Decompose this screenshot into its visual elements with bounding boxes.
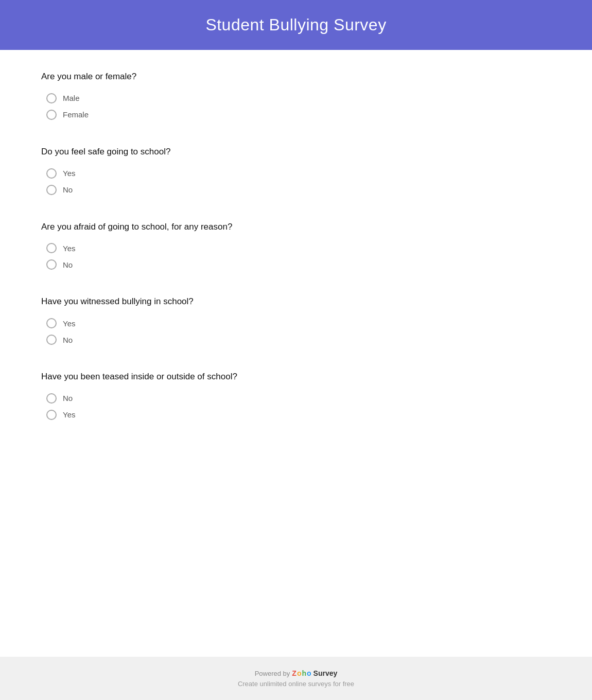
page-footer: Powered by Zoho Survey Create unlimited … bbox=[0, 657, 592, 700]
footer-subtext: Create unlimited online surveys for free bbox=[10, 680, 582, 688]
question-text-5: Have you been teased inside or outside o… bbox=[41, 371, 551, 383]
option-label-q2-1[interactable]: Yes bbox=[46, 168, 551, 179]
question-text-1: Are you male or female? bbox=[41, 71, 551, 83]
radio-q4-2[interactable] bbox=[46, 335, 57, 345]
option-text-q5-2: Yes bbox=[63, 410, 75, 419]
survey-word: Survey bbox=[314, 669, 338, 677]
option-text-q1-2: Female bbox=[63, 110, 89, 119]
option-text-q4-2: No bbox=[63, 336, 73, 344]
option-text-q2-2: No bbox=[63, 185, 73, 194]
powered-by-text: Powered by bbox=[255, 670, 290, 677]
option-text-q4-1: Yes bbox=[63, 319, 75, 328]
option-text-q1-1: Male bbox=[63, 94, 80, 102]
question-block-1: Are you male or female?MaleFemale bbox=[41, 71, 551, 120]
radio-q3-1[interactable] bbox=[46, 243, 57, 253]
options-group-5: NoYes bbox=[41, 393, 551, 420]
radio-q2-1[interactable] bbox=[46, 168, 57, 179]
option-label-q4-2[interactable]: No bbox=[46, 335, 551, 345]
question-block-2: Do you feel safe going to school?YesNo bbox=[41, 146, 551, 195]
radio-q5-2[interactable] bbox=[46, 410, 57, 420]
option-label-q3-2[interactable]: No bbox=[46, 259, 551, 270]
radio-q1-2[interactable] bbox=[46, 110, 57, 120]
option-text-q2-1: Yes bbox=[63, 169, 75, 178]
question-text-4: Have you witnessed bullying in school? bbox=[41, 295, 551, 308]
powered-by-line: Powered by Zoho Survey bbox=[10, 669, 582, 677]
option-label-q4-1[interactable]: Yes bbox=[46, 318, 551, 328]
question-block-4: Have you witnessed bullying in school?Ye… bbox=[41, 295, 551, 345]
option-text-q3-2: No bbox=[63, 260, 73, 269]
radio-q3-2[interactable] bbox=[46, 259, 57, 270]
option-label-q5-2[interactable]: Yes bbox=[46, 410, 551, 420]
survey-body: Are you male or female?MaleFemaleDo you … bbox=[0, 50, 592, 657]
options-group-4: YesNo bbox=[41, 318, 551, 345]
option-label-q2-2[interactable]: No bbox=[46, 185, 551, 195]
survey-title: Student Bullying Survey bbox=[10, 15, 582, 34]
radio-q2-2[interactable] bbox=[46, 185, 57, 195]
zoho-o1: o bbox=[297, 669, 302, 677]
question-block-5: Have you been teased inside or outside o… bbox=[41, 371, 551, 420]
zoho-logo[interactable]: Zoho bbox=[292, 669, 311, 677]
question-block-3: Are you afraid of going to school, for a… bbox=[41, 221, 551, 270]
option-text-q3-1: Yes bbox=[63, 244, 75, 253]
option-label-q1-1[interactable]: Male bbox=[46, 93, 551, 103]
page-header: Student Bullying Survey bbox=[0, 0, 592, 50]
radio-q5-1[interactable] bbox=[46, 393, 57, 404]
zoho-o2: o bbox=[307, 669, 311, 677]
option-label-q1-2[interactable]: Female bbox=[46, 110, 551, 120]
radio-q4-1[interactable] bbox=[46, 318, 57, 328]
radio-q1-1[interactable] bbox=[46, 93, 57, 103]
options-group-3: YesNo bbox=[41, 243, 551, 270]
zoho-z: Z bbox=[292, 669, 297, 677]
option-label-q3-1[interactable]: Yes bbox=[46, 243, 551, 253]
option-label-q5-1[interactable]: No bbox=[46, 393, 551, 404]
question-text-3: Are you afraid of going to school, for a… bbox=[41, 221, 551, 233]
option-text-q5-1: No bbox=[63, 394, 73, 402]
options-group-2: YesNo bbox=[41, 168, 551, 195]
zoho-h: h bbox=[302, 669, 306, 677]
options-group-1: MaleFemale bbox=[41, 93, 551, 120]
question-text-2: Do you feel safe going to school? bbox=[41, 146, 551, 158]
